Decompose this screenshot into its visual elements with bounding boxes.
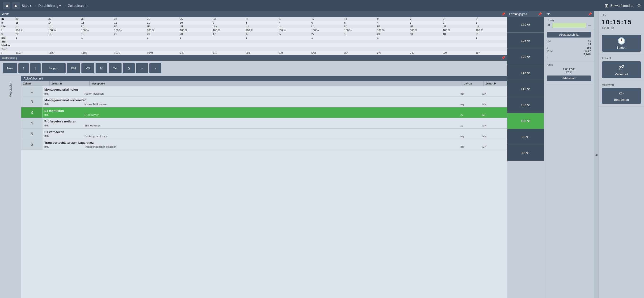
werte-cell-n-2: 14: [47, 21, 80, 24]
werte-cell-IN-6: 25: [178, 17, 211, 21]
werte-cell-Text-13: [408, 47, 441, 51]
werte-pin[interactable]: 📌: [501, 12, 505, 16]
verteilzeit-button[interactable]: Zz Verteilzeit: [602, 61, 641, 78]
werte-cell-IN-9: 19: [277, 17, 310, 21]
bm-button[interactable]: BM: [67, 63, 80, 74]
lg-btn-95pct[interactable]: 95 %: [507, 129, 544, 145]
werte-cell-Merkm-3: [80, 44, 113, 47]
nav-start[interactable]: Start ▾: [22, 4, 32, 8]
lg-btn-120pct[interactable]: 120 %: [507, 49, 544, 65]
werte-cell-Text-4: [113, 47, 146, 51]
werte-row-label-IN: IN: [0, 17, 14, 21]
lg-btn-105pct[interactable]: 105 %: [507, 97, 544, 113]
werte-cell-n-4: 12: [113, 21, 146, 24]
ablauf-cols-header: Zeitart Zeitart B Messpunkt zy/nzy Zeita…: [21, 81, 507, 86]
clock-icon: 🕐: [617, 37, 626, 45]
werte-cell-ti-10: 27: [310, 32, 343, 36]
werte-cell-Stat-2: [47, 40, 80, 44]
werte-cell-ti-5: 20: [146, 32, 178, 36]
collapse-button[interactable]: ◀: [594, 11, 598, 298]
ablauf-title-0: Montagematerial holen: [44, 88, 460, 91]
up-button[interactable]: ↑: [18, 63, 29, 74]
werte-cell-F-15: 197: [474, 51, 507, 55]
ablauf-row-2[interactable]: 3E1 montieren tMH E1 loslassen zy tMH: [21, 107, 507, 118]
werte-cell-ti-11: 18: [343, 32, 376, 36]
down-button[interactable]: ↓: [30, 63, 40, 74]
lg-btn-90pct[interactable]: 90 %: [507, 145, 544, 162]
bearbeitung-title: Bearbeitung: [2, 56, 17, 60]
werte-cell-Merkm-4: [113, 44, 146, 47]
werte-cell-Uhr-11: U1: [343, 24, 376, 28]
txt-button[interactable]: Txt: [109, 63, 122, 74]
uhren-input[interactable]: [552, 23, 586, 28]
ablauf-detail-row-0: tMN Karton loslassen nzy tMN: [42, 92, 507, 96]
back-button[interactable]: ◀: [3, 2, 10, 10]
werte-cell-ti-12: 20: [376, 32, 408, 36]
starten-button[interactable]: 🕐 Starten: [602, 35, 641, 52]
werte-cell-IN-8: 21: [244, 17, 277, 21]
ablauf-zy-nzy-2: zy: [460, 114, 482, 116]
lg-btn-125pct[interactable]: 125 %: [507, 33, 544, 49]
ablauf-zeitart-2: tMH: [44, 114, 84, 116]
werte-cell-Uhr-15: U1: [474, 24, 507, 28]
ablauf-rows: 1Montagematerial holen tMN Karton loslas…: [21, 86, 507, 150]
werte-row-label-BM: BM: [0, 36, 14, 40]
werte-cell-BM-6: 1: [178, 36, 211, 40]
vs-button[interactable]: VS: [82, 63, 94, 74]
ablauf-num-4: 5: [21, 128, 42, 139]
werte-cell-F-7: 719: [212, 51, 244, 55]
ablauf-zeitart-5: tMN: [44, 145, 84, 148]
werte-cell-L-9: 100 %: [277, 28, 310, 32]
netzbetrieb-button[interactable]: Netzbetrieb: [547, 76, 591, 81]
minus-button[interactable]: -: [150, 63, 161, 74]
werte-cell-L-8: 100 %: [244, 28, 277, 32]
ablauf-title-5: Transportbehälter zum Lagerplatz: [44, 141, 460, 144]
werte-cell-Text-5: [146, 47, 178, 51]
ansicht-section: Ansicht Zz Verteilzeit: [599, 54, 644, 81]
m-button[interactable]: M: [96, 63, 107, 74]
info-pin[interactable]: 📌: [588, 12, 592, 16]
werte-cell-BM-11: [343, 36, 376, 40]
topbar: ◀ ▶ Start ▾ → Durchführung ▾ → Zeitaufna…: [0, 0, 644, 11]
lg-btn-115pct[interactable]: 115 %: [507, 65, 544, 81]
paren-button[interactable]: (): [123, 63, 135, 74]
werte-cell-n-9: 7: [277, 21, 310, 24]
werte-cell-Uhr-6: U1: [178, 24, 211, 28]
bearbeitung-pin[interactable]: 📌: [501, 56, 505, 60]
werte-cell-ti-2: 18: [47, 32, 80, 36]
werte-cell-Uhr-13: U1: [408, 24, 441, 28]
werte-cell-L-5: 100 %: [146, 28, 178, 32]
ablauf-zeitart-m-0: tMN: [482, 92, 505, 95]
ablauf-row-5[interactable]: 6Transportbehälter zum Lagerplatz tMN Tr…: [21, 139, 507, 150]
ablauf-title-row-3: Prüfergebnis notieren: [42, 118, 507, 124]
neu-button[interactable]: Neu: [3, 63, 17, 74]
leistungsgrad-pin[interactable]: 📌: [538, 12, 542, 16]
lg-btn-100pct[interactable]: 100 %: [507, 113, 544, 129]
ablauf-row-4[interactable]: 5E1 verpacken tMN Deckel geschlossen nzy…: [21, 128, 507, 139]
stat-row-BM: BM15: [547, 40, 591, 43]
ablauf-row-0[interactable]: 1Montagematerial holen tMN Karton loslas…: [21, 86, 507, 97]
werte-row-Stat: Stat: [0, 40, 507, 44]
werte-cell-Stat-10: [310, 40, 343, 44]
stopp-button[interactable]: Stopp...: [42, 63, 66, 74]
ablauf-row-1[interactable]: 3Montagematerial vorbereiten tMN letztes…: [21, 97, 507, 107]
tools-icon[interactable]: ⚙: [637, 3, 641, 8]
werte-cell-Text-14: [441, 47, 474, 51]
werte-cell-F-9: 669: [277, 51, 310, 55]
ablauf-row-3[interactable]: 4Prüfergebnis notieren tMN Stift loslass…: [21, 118, 507, 128]
bearbeiten-button[interactable]: ✏ Bearbeiten: [602, 88, 641, 104]
werte-cell-L-11: 100 %: [343, 28, 376, 32]
werte-cell-n-14: 2: [441, 21, 474, 24]
werte-cell-Uhr-14: U1: [441, 24, 474, 28]
nav-durchfuhrung[interactable]: Durchführung ▾: [38, 4, 61, 8]
werte-cell-BM-5: 1: [146, 36, 178, 40]
werte-cell-Stat-6: [178, 40, 211, 44]
ablauf-content-4: E1 verpacken tMN Deckel geschlossen nzy …: [42, 129, 507, 139]
lg-btn-130pct[interactable]: 130 %: [507, 17, 544, 33]
ablauf-messpunkt-2: E1 loslassen: [84, 114, 460, 116]
plus-button[interactable]: +: [136, 63, 148, 74]
lg-btn-110pct[interactable]: 110 %: [507, 81, 544, 97]
forward-button[interactable]: ▶: [12, 2, 20, 10]
ablaufabschnitt-button[interactable]: Ablaufabschnitt: [547, 32, 591, 38]
ablauf-title-row-0: Montagematerial holen: [42, 86, 507, 92]
